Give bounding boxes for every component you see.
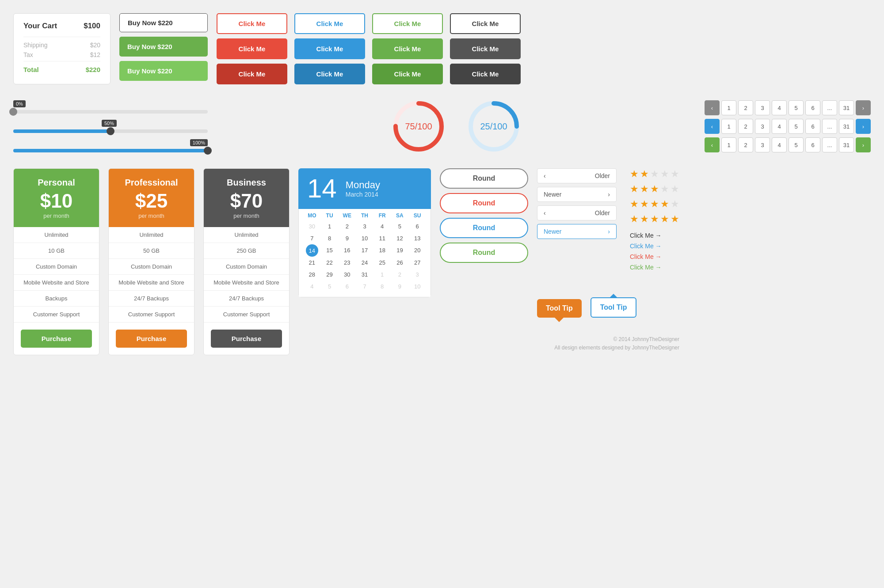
- cal-31[interactable]: 31: [356, 269, 373, 281]
- round-btn-gray[interactable]: Round: [440, 168, 528, 189]
- cal-10-next[interactable]: 10: [408, 281, 426, 292]
- newer-btn-1[interactable]: Newer ›: [537, 187, 617, 202]
- link-btn-red[interactable]: Click Me →: [630, 253, 679, 260]
- click-blue-solid2-button[interactable]: Click Me: [294, 64, 365, 84]
- cal-1[interactable]: 1: [321, 220, 339, 232]
- pg-1-gray[interactable]: 1: [721, 100, 736, 115]
- older-btn-2[interactable]: ‹ Older: [537, 205, 617, 220]
- cal-4[interactable]: 4: [373, 220, 391, 232]
- pg-31-green[interactable]: 31: [839, 137, 854, 152]
- cal-19[interactable]: 19: [391, 244, 409, 257]
- cal-17[interactable]: 17: [356, 244, 373, 257]
- click-green-solid-button[interactable]: Click Me: [372, 38, 443, 59]
- round-btn-red[interactable]: Round: [440, 193, 528, 213]
- cal-18[interactable]: 18: [373, 244, 391, 257]
- pg-4-blue[interactable]: 4: [772, 119, 787, 134]
- older-btn-1[interactable]: ‹ Older: [537, 168, 617, 183]
- pagination-prev-green[interactable]: ‹: [705, 137, 720, 152]
- click-red-outline-button[interactable]: Click Me: [217, 13, 287, 34]
- cal-6[interactable]: 6: [408, 220, 426, 232]
- cal-22[interactable]: 22: [321, 257, 339, 269]
- link-btn-black[interactable]: Click Me →: [630, 232, 679, 239]
- cal-6-next[interactable]: 6: [338, 281, 356, 292]
- slider-100-thumb[interactable]: [204, 147, 212, 155]
- round-btn-green[interactable]: Round: [440, 243, 528, 263]
- newer-btn-2[interactable]: Newer ›: [537, 224, 617, 239]
- cal-12[interactable]: 12: [391, 232, 409, 244]
- pg-3-green[interactable]: 3: [755, 137, 770, 152]
- cal-2[interactable]: 2: [338, 220, 356, 232]
- cal-5[interactable]: 5: [391, 220, 409, 232]
- pg-6-blue[interactable]: 6: [805, 119, 820, 134]
- cal-26[interactable]: 26: [391, 257, 409, 269]
- click-green-solid2-button[interactable]: Click Me: [372, 64, 443, 84]
- cal-10[interactable]: 10: [356, 232, 373, 244]
- pg-3-gray[interactable]: 3: [755, 100, 770, 115]
- cal-24[interactable]: 24: [356, 257, 373, 269]
- cal-7[interactable]: 7: [303, 232, 321, 244]
- pg-1-green[interactable]: 1: [721, 137, 736, 152]
- click-dark-solid-button[interactable]: Click Me: [450, 38, 521, 59]
- pagination-next-green[interactable]: ›: [856, 137, 871, 152]
- link-btn-blue[interactable]: Click Me →: [630, 243, 679, 250]
- buy-now-outline-button[interactable]: Buy Now $220: [119, 13, 208, 32]
- slider-100-track[interactable]: [13, 149, 208, 152]
- pg-31-blue[interactable]: 31: [839, 119, 854, 134]
- cal-4-next[interactable]: 4: [303, 281, 321, 292]
- click-red-solid-button[interactable]: Click Me: [217, 38, 287, 59]
- pg-31-gray[interactable]: 31: [839, 100, 854, 115]
- cal-9[interactable]: 9: [338, 232, 356, 244]
- pg-4-green[interactable]: 4: [772, 137, 787, 152]
- buy-now-green-button[interactable]: Buy Now $220: [119, 37, 208, 57]
- cal-16[interactable]: 16: [338, 244, 356, 257]
- slider-0-thumb[interactable]: [9, 108, 17, 116]
- click-green-outline-button[interactable]: Click Me: [372, 13, 443, 34]
- cal-28[interactable]: 28: [303, 269, 321, 281]
- cal-30-prev[interactable]: 30: [303, 220, 321, 232]
- pg-5-gray[interactable]: 5: [789, 100, 804, 115]
- cal-15[interactable]: 15: [321, 244, 339, 257]
- pagination-prev-gray[interactable]: ‹: [705, 100, 720, 115]
- click-blue-outline-button[interactable]: Click Me: [294, 13, 365, 34]
- cal-13[interactable]: 13: [408, 232, 426, 244]
- cal-1-next[interactable]: 1: [373, 269, 391, 281]
- cal-14-today[interactable]: 14: [306, 244, 318, 257]
- pg-4-gray[interactable]: 4: [772, 100, 787, 115]
- link-btn-green[interactable]: Click Me →: [630, 264, 679, 271]
- cal-2-next[interactable]: 2: [391, 269, 409, 281]
- click-dark-solid2-button[interactable]: Click Me: [450, 64, 521, 84]
- purchase-professional-button[interactable]: Purchase: [116, 330, 187, 348]
- pg-1-blue[interactable]: 1: [721, 119, 736, 134]
- pg-5-blue[interactable]: 5: [789, 119, 804, 134]
- click-blue-solid-button[interactable]: Click Me: [294, 38, 365, 59]
- pg-2-green[interactable]: 2: [738, 137, 753, 152]
- cal-3-next[interactable]: 3: [408, 269, 426, 281]
- cal-8[interactable]: 8: [321, 232, 339, 244]
- cal-20[interactable]: 20: [408, 244, 426, 257]
- cal-23[interactable]: 23: [338, 257, 356, 269]
- pg-6-gray[interactable]: 6: [805, 100, 820, 115]
- pg-2-blue[interactable]: 2: [738, 119, 753, 134]
- cal-30[interactable]: 30: [338, 269, 356, 281]
- cal-25[interactable]: 25: [373, 257, 391, 269]
- slider-50-track[interactable]: [13, 129, 208, 133]
- cal-29[interactable]: 29: [321, 269, 339, 281]
- slider-50-thumb[interactable]: [107, 127, 114, 135]
- pagination-next-gray[interactable]: ›: [856, 100, 871, 115]
- round-btn-blue[interactable]: Round: [440, 218, 528, 238]
- click-red-solid2-button[interactable]: Click Me: [217, 64, 287, 84]
- cal-3[interactable]: 3: [356, 220, 373, 232]
- pagination-next-blue[interactable]: ›: [856, 119, 871, 134]
- cal-5-next[interactable]: 5: [321, 281, 339, 292]
- cal-8-next[interactable]: 8: [373, 281, 391, 292]
- pg-6-green[interactable]: 6: [805, 137, 820, 152]
- cal-9-next[interactable]: 9: [391, 281, 409, 292]
- purchase-personal-button[interactable]: Purchase: [21, 330, 92, 348]
- purchase-business-button[interactable]: Purchase: [211, 330, 282, 348]
- cal-11[interactable]: 11: [373, 232, 391, 244]
- cal-21[interactable]: 21: [303, 257, 321, 269]
- slider-0-track[interactable]: [13, 110, 208, 114]
- click-dark-outline-button[interactable]: Click Me: [450, 13, 521, 34]
- pg-5-green[interactable]: 5: [789, 137, 804, 152]
- pg-3-blue[interactable]: 3: [755, 119, 770, 134]
